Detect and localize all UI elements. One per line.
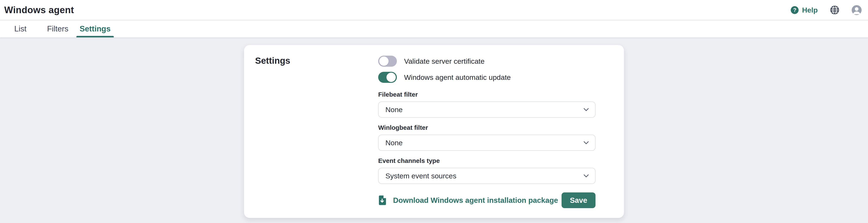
event-channels-type-label: Event channels type xyxy=(378,157,595,164)
select-value: None xyxy=(385,139,403,147)
page-title: Windows agent xyxy=(4,5,74,15)
save-button[interactable]: Save xyxy=(562,192,595,208)
language-button[interactable] xyxy=(830,5,839,15)
download-package-link[interactable]: Download Windows agent installation pack… xyxy=(378,195,558,205)
toggle-label: Validate server certificate xyxy=(404,57,485,65)
winlogbeat-filter-select[interactable]: None xyxy=(378,135,595,151)
filebeat-filter-label: Filebeat filter xyxy=(378,91,595,98)
download-package-label: Download Windows agent installation pack… xyxy=(393,196,558,204)
settings-card: Settings Validate server certificate Win… xyxy=(244,45,624,218)
tab-settings[interactable]: Settings xyxy=(76,20,114,37)
chevron-down-icon xyxy=(584,108,589,111)
select-value: None xyxy=(385,106,403,114)
toggle-row-validate-certificate: Validate server certificate xyxy=(378,56,595,67)
user-avatar[interactable] xyxy=(852,5,862,15)
content-area: Settings Validate server certificate Win… xyxy=(0,45,868,223)
tab-bar: List Filters Settings xyxy=(0,20,868,37)
app-header: Windows agent ? Help xyxy=(0,0,868,20)
help-icon: ? xyxy=(791,6,799,14)
page: Windows agent ? Help xyxy=(0,0,868,223)
form-actions-row: Download Windows agent installation pack… xyxy=(378,192,595,208)
select-value: System event sources xyxy=(385,172,456,180)
header-actions: ? Help xyxy=(791,5,862,15)
windows-agent-automatic-update-toggle[interactable] xyxy=(378,72,397,83)
settings-form: Validate server certificate Windows agen… xyxy=(378,53,595,208)
event-channels-type-select[interactable]: System event sources xyxy=(378,168,595,184)
winlogbeat-filter-label: Winlogbeat filter xyxy=(378,124,595,131)
chevron-down-icon xyxy=(584,174,589,177)
validate-server-certificate-toggle[interactable] xyxy=(378,56,397,67)
toggle-label: Windows agent automatic update xyxy=(404,73,511,82)
tab-filters[interactable]: Filters xyxy=(39,20,76,37)
toggle-row-automatic-update: Windows agent automatic update xyxy=(378,72,595,83)
settings-heading: Settings xyxy=(255,53,378,66)
avatar-icon xyxy=(852,5,862,15)
toggle-knob xyxy=(379,56,389,66)
tab-list[interactable]: List xyxy=(2,20,39,37)
help-button[interactable]: ? Help xyxy=(791,6,818,14)
help-label: Help xyxy=(802,6,818,14)
filebeat-filter-select[interactable]: None xyxy=(378,102,595,118)
toggle-knob xyxy=(386,73,396,82)
chevron-down-icon xyxy=(584,141,589,144)
file-download-icon xyxy=(378,195,387,205)
globe-icon xyxy=(830,5,839,15)
